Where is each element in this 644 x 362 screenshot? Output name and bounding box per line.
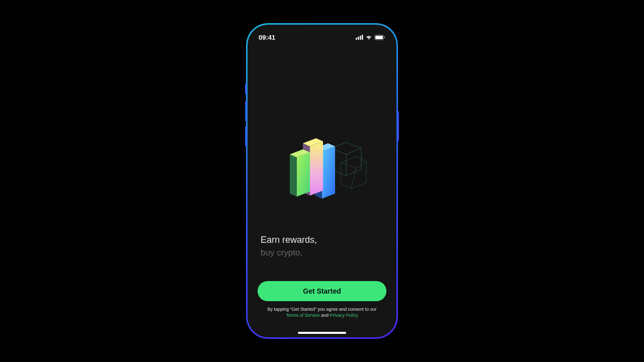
home-indicator[interactable] <box>298 332 346 334</box>
status-icons <box>356 35 385 40</box>
svg-rect-2 <box>360 36 361 40</box>
svg-rect-5 <box>375 36 383 39</box>
get-started-button[interactable]: Get Started <box>258 281 386 301</box>
tagline: Earn rewards, buy crypto, <box>258 234 386 258</box>
phone-device-frame: 09:41 <box>246 23 398 339</box>
consent-joiner: and <box>319 313 330 318</box>
status-time: 09:41 <box>259 34 275 41</box>
cellular-signal-icon <box>356 35 363 40</box>
consent-prefix: By tapping "Get Started" you agree and c… <box>267 307 376 312</box>
wifi-icon <box>365 35 372 40</box>
terms-of-service-link[interactable]: Terms of Service <box>286 313 319 318</box>
privacy-policy-link[interactable]: Privacy Policy <box>330 313 358 318</box>
svg-rect-0 <box>356 38 357 40</box>
tagline-line-1: Earn rewards, <box>261 234 386 246</box>
svg-rect-1 <box>358 37 359 40</box>
side-button-volume-down <box>245 126 247 146</box>
side-button-volume-up <box>245 101 247 121</box>
svg-rect-6 <box>384 36 385 38</box>
tagline-line-2: buy crypto, <box>261 247 386 258</box>
side-button-silent <box>245 83 247 95</box>
side-button-power <box>397 111 399 141</box>
phone-screen: 09:41 <box>248 25 396 337</box>
hero-3d-bars-icon <box>258 131 386 207</box>
battery-icon <box>374 35 385 40</box>
onboarding-hero: Earn rewards, buy crypto, Get Started By… <box>248 44 396 328</box>
consent-text: By tapping "Get Started" you agree and c… <box>258 306 386 319</box>
svg-rect-3 <box>362 35 363 40</box>
status-bar: 09:41 <box>248 25 396 44</box>
